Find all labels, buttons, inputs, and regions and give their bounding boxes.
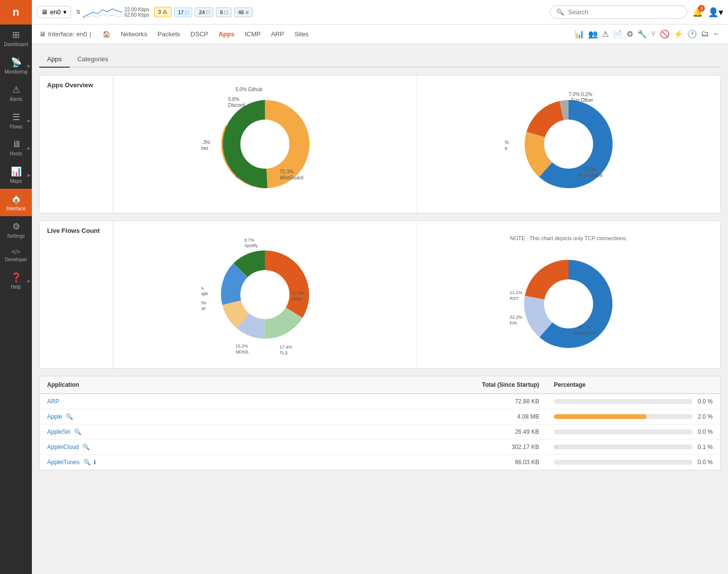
nav-home[interactable]: 🏠: [99, 28, 114, 40]
interface-selector[interactable]: 🖥 en0 ▾: [37, 6, 71, 18]
search-app-icon[interactable]: 🔍: [83, 459, 91, 466]
cell-percentage: 0.0 %: [546, 394, 720, 409]
live-flows-title: Live Flows Count: [40, 221, 113, 368]
breadcrumb-icon: 🖥: [39, 30, 46, 38]
sidebar-item-flows[interactable]: ☰ Flows ▶: [0, 107, 32, 134]
svg-text:Discord: Discord: [228, 102, 245, 108]
dashboard-icon: ⊞: [12, 29, 20, 40]
traffic-down: 62.60 Kbps: [125, 12, 150, 18]
search-app-icon[interactable]: 🔍: [82, 444, 90, 450]
badge-monitor[interactable]: 17 □: [174, 7, 193, 17]
traffic-graph: [83, 5, 122, 20]
sidebar-item-hosts[interactable]: 🖥 Hosts ▶: [0, 134, 32, 161]
wrench-icon[interactable]: 🔧: [637, 29, 647, 39]
file-icon[interactable]: 📄: [613, 29, 623, 39]
traffic-arrows-icon: ⇅: [76, 9, 80, 15]
sidebar-item-interface[interactable]: 🏠 Interface: [0, 189, 32, 216]
pct-label: 0.0 %: [698, 459, 713, 466]
clock-icon[interactable]: 🕐: [687, 29, 697, 39]
svg-text:FIN: FIN: [510, 321, 517, 325]
search-app-icon[interactable]: 🔍: [74, 428, 81, 435]
sidebar-item-monitoring[interactable]: 📡 Monitoring ▶: [0, 52, 32, 79]
svg-text:66.7%: 66.7%: [578, 324, 591, 329]
notifications-button[interactable]: 🔔 3: [692, 7, 703, 18]
svg-text:WireGuard: WireGuard: [280, 175, 303, 180]
gear-icon[interactable]: ⚙: [626, 29, 633, 39]
nav-dscp[interactable]: DSCP: [186, 28, 212, 40]
info-icon[interactable]: ℹ: [94, 459, 96, 466]
search-app-icon[interactable]: 🔍: [66, 413, 73, 420]
app-link[interactable]: AppleSiri: [47, 428, 71, 435]
cell-percentage: 0.1 %: [546, 440, 720, 455]
nav-arp[interactable]: ARP: [267, 28, 288, 40]
fork-icon[interactable]: ⑂: [651, 29, 656, 39]
nav-icon-group: 📊 👥 ⚠ 📄 ⚙ 🔧 ⑂ 🚫 ⚡ 🕐 🗂 ←: [574, 29, 721, 39]
search-input[interactable]: [568, 8, 681, 16]
col-total: Total (Since Startup): [278, 376, 546, 394]
pct-label: 2.0 %: [698, 413, 713, 420]
dropdown-arrow: ▾: [63, 8, 67, 16]
apps-donut-chart-1: 4.5% ntop 5.0% Github 5.8% Discord 14.3%…: [113, 75, 417, 213]
chart-icon[interactable]: 📊: [574, 29, 584, 39]
svg-text:37.0%: 37.0%: [292, 291, 305, 296]
svg-text:Fun Other: Fun Other: [571, 98, 594, 103]
tabs: Apps Categories: [39, 51, 721, 68]
table-row: AppleiCloud 🔍302.17 KB 0.1 %: [40, 440, 720, 455]
sidebar-item-alerts[interactable]: ⚠ Alerts: [0, 79, 32, 107]
user-off-icon[interactable]: 🚫: [660, 29, 670, 39]
live-flows-section: Live Flows Count: [39, 221, 721, 369]
badge-other[interactable]: 46 ≡: [234, 7, 253, 17]
app-link[interactable]: ARP: [47, 398, 59, 405]
pct-label: 0.0 %: [698, 428, 713, 435]
sidebar-item-settings[interactable]: ⚙ Settings: [0, 216, 32, 244]
table-row: ARP72.88 KB 0.0 %: [40, 394, 720, 409]
cell-percentage: 0.0 %: [546, 455, 720, 470]
settings-icon: ⚙: [12, 221, 20, 232]
badge-flows[interactable]: 6 □: [216, 7, 232, 17]
app-link[interactable]: AppleiTunes: [47, 459, 79, 466]
live-flows-donut-1: 8.7% Spotify 8.7% Google 13.0% SSDP 15.2…: [113, 221, 417, 368]
warning-icon[interactable]: ⚠: [602, 29, 609, 39]
sidebar-item-maps[interactable]: 📊 Maps ▶: [0, 161, 32, 189]
svg-text:13.0%: 13.0%: [201, 300, 207, 305]
live-flows-donut-2: NOTE : This chart depicts only TCP conne…: [417, 221, 720, 368]
table-row: AppleiTunes 🔍 ℹ66.03 KB 0.0 %: [40, 455, 720, 470]
arrow-icon: ▶: [27, 64, 30, 68]
interface-icon: 🏠: [11, 194, 22, 204]
badge-alerts[interactable]: 3 ⚠: [154, 7, 171, 17]
breadcrumb: 🖥 Interface: en0 |: [39, 30, 91, 38]
nav-packets[interactable]: Packets: [154, 28, 184, 40]
alerts-icon: ⚠: [12, 84, 20, 95]
progress-bar-bg: [554, 414, 693, 419]
app-link[interactable]: Apple: [47, 413, 62, 420]
nav-apps[interactable]: Apps: [214, 28, 238, 40]
search-box[interactable]: 🔍: [550, 5, 687, 19]
svg-text:SSDP: SSDP: [201, 306, 206, 311]
nav-networks[interactable]: Networks: [117, 28, 151, 40]
sidebar-label-settings: Settings: [7, 233, 25, 239]
nav-icmp[interactable]: ICMP: [241, 28, 265, 40]
users-icon[interactable]: 👥: [588, 29, 598, 39]
badge-hosts[interactable]: 24 □: [195, 7, 213, 17]
app-link[interactable]: AppleiCloud: [47, 444, 79, 450]
back-icon[interactable]: ←: [713, 29, 721, 39]
tab-apps[interactable]: Apps: [39, 51, 70, 68]
svg-text:Spotify: Spotify: [244, 243, 258, 248]
cell-app-name: AppleSiri 🔍: [40, 424, 278, 440]
svg-point-0: [240, 120, 289, 169]
sidebar-label-monitoring: Monitoring: [4, 69, 27, 75]
arrow-icon: ▶: [27, 119, 30, 123]
content: Apps Categories Apps Overview: [32, 44, 728, 574]
tab-categories[interactable]: Categories: [70, 51, 116, 68]
bolt-icon[interactable]: ⚡: [674, 29, 683, 39]
stack-icon[interactable]: 🗂: [701, 29, 709, 39]
sidebar-item-developer[interactable]: </> Developer: [0, 244, 32, 267]
user-menu[interactable]: 👤▾: [708, 7, 723, 18]
nav-sites[interactable]: Sites: [290, 28, 312, 40]
sidebar-item-dashboard[interactable]: ⊞ Dashboard: [0, 25, 32, 52]
progress-bar-bg: [554, 399, 693, 404]
cell-app-name: AppleiCloud 🔍: [40, 440, 278, 455]
svg-text:8.9%: 8.9%: [505, 140, 509, 145]
sidebar-item-help[interactable]: ❓ Help ▶: [0, 267, 32, 295]
flows-icon: ☰: [12, 112, 20, 123]
